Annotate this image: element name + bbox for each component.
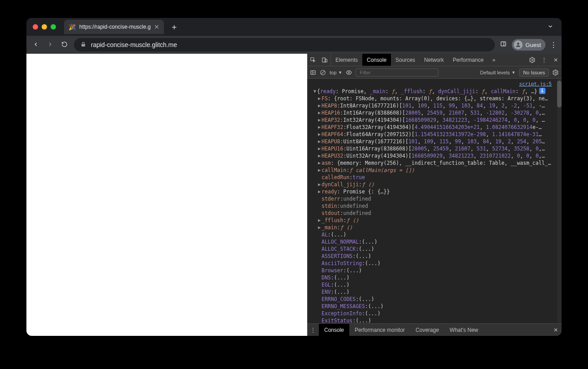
svg-point-13 [555,72,557,73]
object-property-row[interactable]: HEAPU8: Uint8Array(16777216) [101, 109, … [311,138,557,145]
svg-rect-1 [501,42,506,46]
drawer-tab-performance-monitor[interactable]: Performance monitor [349,324,410,336]
new-tab-button[interactable]: ＋ [170,21,178,32]
content-area: ElementsConsoleSourcesNetworkPerformance… [26,54,562,336]
svg-point-3 [517,43,519,45]
svg-rect-0 [82,44,85,46]
svg-point-12 [348,72,350,73]
profile-button[interactable]: Guest [512,39,545,51]
svg-point-7 [532,59,533,61]
toggle-sidebar-button[interactable] [310,69,316,76]
console-output: script.js:5{ready: Promise, _main: ƒ, _f… [307,79,562,323]
back-button[interactable] [31,41,41,49]
live-expression-button[interactable] [346,69,352,76]
object-property-row[interactable]: callMain: ƒ callMain(args = []) [311,167,557,174]
devtools-tabbar: ElementsConsoleSourcesNetworkPerformance… [307,54,562,66]
object-property-row[interactable]: ALLOC_STACK: (...) [311,245,557,253]
object-property-row[interactable]: HEAPU16: Uint16Array(8388608) [28005, 25… [311,145,557,152]
object-property-row[interactable]: dynCall_jiji: ƒ () [311,181,557,188]
object-property-row[interactable]: AsciiToString: (...) [311,260,557,267]
info-badge-icon: i [539,88,545,94]
object-property-row[interactable]: FS: {root: FSNode, mounts: Array(0), dev… [311,95,557,102]
scrollbar[interactable] [557,79,562,323]
issues-button[interactable]: No Issues [519,69,549,77]
console-settings-button[interactable] [553,69,559,76]
url-text: rapid-concise-muscle.glitch.me [91,41,177,48]
object-property-row[interactable]: ExceptionInfo: (...) [311,310,557,317]
console-object-summary[interactable]: {ready: Promise, _main: ƒ, _fflush: ƒ, d… [311,88,557,95]
omnibox[interactable]: rapid-concise-muscle.glitch.me [74,38,495,51]
object-property-row[interactable]: stderr: undefined [311,195,557,202]
object-property-row[interactable]: stdout: undefined [311,210,557,217]
devtools-tab-performance[interactable]: Performance [448,54,488,66]
devtools-panel: ElementsConsoleSourcesNetworkPerformance… [307,54,562,336]
svg-line-11 [321,70,325,74]
object-property-row[interactable]: asm: {memory: Memory(256), __indirect_fu… [311,159,557,167]
context-selector[interactable]: top ▼ [330,70,342,75]
object-property-row[interactable]: _fflush: ƒ () [311,217,557,224]
object-property-row[interactable]: stdin: undefined [311,202,557,210]
tab-list-button[interactable] [547,23,554,31]
object-property-row[interactable]: ALLOC_NORMAL: (...) [311,238,557,245]
devtools-tab-network[interactable]: Network [420,54,448,66]
object-property-row[interactable]: ENV: (...) [311,288,557,296]
forward-button[interactable] [45,41,55,49]
close-window-button[interactable] [33,24,38,30]
page-viewport [26,54,307,336]
browser-tab[interactable]: 🎉 https://rapid-concise-muscle.g ✕ [64,20,164,34]
source-link[interactable]: script.js:5 [311,81,557,88]
drawer-close-button[interactable]: ✕ [550,324,562,336]
devtools-menu-button[interactable]: ⋮ [538,54,550,66]
tab-strip: 🎉 https://rapid-concise-muscle.g ✕ ＋ [26,18,562,36]
browser-menu-button[interactable]: ⋮ [550,41,557,49]
favicon-icon: 🎉 [69,24,76,30]
console-toolbar: top ▼ Default levels ▼ No Issues [307,66,562,79]
devtools-tab-console[interactable]: Console [362,54,391,66]
object-property-row[interactable]: AL: (...) [311,231,557,238]
object-property-row[interactable]: ExitStatus: (...) [311,317,557,323]
drawer-tab-coverage[interactable]: Coverage [410,324,444,336]
sidepanel-button[interactable] [499,41,507,49]
object-property-row[interactable]: HEAP16: Int16Array(8388608) [28005, 2545… [311,109,557,116]
log-levels-selector[interactable]: Default levels ▼ [480,70,515,75]
object-property-row[interactable]: DNS: (...) [311,274,557,281]
inspect-element-button[interactable] [307,54,319,66]
devtools-close-button[interactable]: ✕ [550,54,562,66]
object-property-row[interactable]: HEAPF64: Float64Array(2097152) [1.154541… [311,131,557,138]
object-property-row[interactable]: HEAPU32: Uint32Array(4194304) [166850902… [311,152,557,159]
browser-window: 🎉 https://rapid-concise-muscle.g ✕ ＋ rap… [26,18,562,336]
drawer-menu-button[interactable]: ⋮ [307,324,319,336]
drawer-tab-what-s-new[interactable]: What's New [444,324,484,336]
object-property-row[interactable]: _main: ƒ () [311,224,557,231]
object-property-row[interactable]: ready: Promise {: {…}} [311,188,557,195]
devtools-drawer: ⋮ ConsolePerformance monitorCoverageWhat… [307,323,562,336]
object-property-row[interactable]: ERRNO_CODES: (...) [311,296,557,303]
drawer-tab-console[interactable]: Console [319,324,349,336]
clear-console-button[interactable] [320,69,326,76]
window-controls [33,24,56,30]
tab-title: https://rapid-concise-muscle.g [79,24,150,30]
maximize-window-button[interactable] [51,24,56,30]
devtools-settings-button[interactable] [527,54,538,66]
object-property-row[interactable]: calledRun: true [311,174,557,181]
more-tabs-button[interactable]: » [488,54,500,66]
minimize-window-button[interactable] [42,24,47,30]
devtools-tab-elements[interactable]: Elements [331,54,362,66]
reload-button[interactable] [60,41,69,49]
scrollbar-thumb[interactable] [557,81,562,107]
object-property-row[interactable]: ASSERTIONS: (...) [311,253,557,260]
toolbar: rapid-concise-muscle.glitch.me Guest ⋮ [26,36,562,54]
close-tab-button[interactable]: ✕ [154,23,159,30]
svg-rect-8 [311,70,316,74]
filter-input[interactable] [356,69,438,77]
profile-label: Guest [525,42,541,48]
object-property-row[interactable]: HEAP8: Int8Array(16777216) [101, 109, 11… [311,102,557,109]
object-property-row[interactable]: HEAP32: Int32Array(4194304) [1668509029,… [311,116,557,124]
devtools-tab-sources[interactable]: Sources [391,54,420,66]
object-property-row[interactable]: ERRNO_MESSAGES: (...) [311,303,557,310]
object-property-row[interactable]: HEAPF32: Float32Array(4194304) [4.490441… [311,124,557,131]
lock-icon [80,41,86,49]
device-toolbar-button[interactable] [319,54,330,66]
object-property-row[interactable]: Browser: (...) [311,267,557,274]
object-property-row[interactable]: EGL: (...) [311,281,557,288]
